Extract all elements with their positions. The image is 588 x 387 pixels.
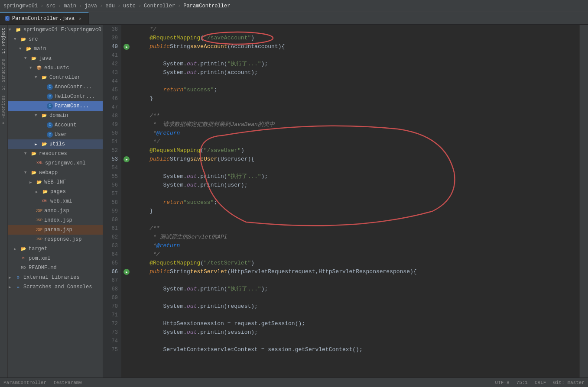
code-line-54 (136, 164, 579, 172)
tab-paramcontroller[interactable]: C ParamController.java ✕ (0, 12, 89, 24)
run-icon-53[interactable]: ▶ (123, 156, 130, 162)
editor-wrapper: 38 39 40 41 42 43 44 45 46 47 48 49 50 5… (103, 25, 579, 377)
code-line-64: */ (136, 250, 579, 259)
code-line-41 (136, 51, 579, 60)
breadcrumb-main[interactable]: main (64, 3, 76, 9)
code-editor[interactable]: 38 39 40 41 42 43 44 45 46 47 48 49 50 5… (103, 25, 579, 377)
folder-icon: 📁 (15, 26, 22, 33)
gutter-run-66[interactable]: ▶ (121, 268, 132, 276)
gutter-run-40[interactable]: ▶ (121, 42, 132, 51)
tree-item-webapp[interactable]: ▼ 📂 webapp (8, 168, 103, 177)
controller-icon-param: C (47, 103, 53, 109)
jsp-icon-param: JSP (36, 226, 42, 233)
breadcrumb-paramcontroller[interactable]: ParamController (183, 3, 230, 9)
code-line-75: ServletContext servletContext = session.… (136, 345, 579, 354)
status-crlf: CRLF (535, 380, 546, 385)
code-line-59: } (136, 207, 579, 216)
jsp-icon-response: JSP (36, 236, 42, 243)
controller-icon-hello: C (47, 94, 53, 100)
tree-item-pages[interactable]: ▶ 📂 pages (8, 187, 103, 197)
code-area: 38 39 40 41 42 43 44 45 46 47 48 49 50 5… (103, 25, 579, 377)
tree-item-external-libraries[interactable]: ▶ ⚙ External Libraries (8, 273, 103, 282)
tree-item-controller-folder[interactable]: ▼ 📂 Controller (8, 73, 103, 82)
code-line-49: * 请求数据绑定把数据封装到JavaBean的类中 (136, 120, 579, 129)
folder-icon-utils: 📂 (41, 141, 48, 148)
controller-icon-user: C (47, 132, 53, 138)
tree-item-anno-jsp[interactable]: JSP anno.jsp (8, 206, 103, 216)
tree-item-target[interactable]: ▶ 📂 target (8, 244, 103, 254)
code-lines: */ @RequestMapping("/saveAccount") publi… (132, 25, 579, 377)
jsp-icon-anno: JSP (36, 207, 42, 214)
folder-icon-target: 📂 (20, 245, 27, 252)
xml-icon-web: XML (42, 198, 49, 205)
run-icon-66[interactable]: ▶ (123, 269, 130, 275)
left-tab-favorites[interactable]: ★ Favorites (0, 93, 7, 129)
tree-item-annocontroller[interactable]: C AnnoContr... (8, 82, 103, 92)
code-line-57 (136, 190, 579, 198)
tree-item-utils[interactable]: ▶ 📂 utils (8, 139, 103, 149)
tree-item-account[interactable]: C Account (8, 120, 103, 130)
file-tree-panel: ▼ 📁 springmvc01 F:\springmvc0 ▼ 📂 src ▼ … (8, 25, 103, 377)
breadcrumb-springmvc01[interactable]: springmvc01 (3, 3, 38, 9)
tree-item-scratches[interactable]: ▶ ✏ Scratches and Consoles (8, 282, 103, 292)
code-line-68: System.out.println("执行了..."); (136, 285, 579, 293)
tree-item-main[interactable]: ▼ 📂 main (8, 44, 103, 54)
breadcrumb-src[interactable]: src (46, 3, 55, 9)
run-icon-40[interactable]: ▶ (123, 44, 130, 50)
status-file: ParamController (3, 380, 46, 385)
folder-icon-controller: 📂 (41, 74, 48, 81)
folder-icon-java: 📂 (30, 55, 37, 62)
breadcrumb-java[interactable]: java (84, 3, 97, 9)
tree-item-hellocontroller[interactable]: C HelloContr... (8, 92, 103, 101)
code-line-71 (136, 311, 579, 319)
tree-item-param-jsp[interactable]: JSP param.jsp (8, 225, 103, 235)
code-line-62: * 测试原生的Servlet的API (136, 233, 579, 242)
jsp-icon-index: JSP (36, 217, 42, 224)
code-line-53: public String saveUser(User user){ (136, 155, 579, 164)
tree-item-response-jsp[interactable]: JSP response.jsp (8, 235, 103, 244)
code-line-69 (136, 293, 579, 302)
status-linecol: 75:1 (517, 380, 528, 385)
folder-icon-src: 📂 (20, 36, 27, 43)
tree-item-java[interactable]: ▼ 📂 java (8, 54, 103, 63)
tree-item-springmvc01[interactable]: ▼ 📁 springmvc01 F:\springmvc0 (8, 25, 103, 35)
line-numbers: 38 39 40 41 42 43 44 45 46 47 48 49 50 5… (103, 25, 121, 377)
code-line-72: HttpSession session = request.getSession… (136, 319, 579, 328)
tree-item-src[interactable]: ▼ 📂 src (8, 35, 103, 44)
tree-item-edu-ustc[interactable]: ▼ 📦 edu.ustc (8, 63, 103, 73)
xml-icon-pom: M (20, 255, 27, 262)
code-line-47 (136, 103, 579, 112)
code-line-48: /** (136, 112, 579, 120)
breadcrumb-ustc[interactable]: ustc (123, 3, 136, 9)
tree-item-paramcontroller[interactable]: C ParamCon... (8, 101, 103, 111)
tab-close-button[interactable]: ✕ (77, 16, 83, 22)
tree-item-resources[interactable]: ▼ 📂 resources (8, 149, 103, 158)
tree-item-web-xml[interactable]: XML web.xml (8, 197, 103, 206)
status-method: testParam0 (53, 380, 82, 385)
left-tab-structure[interactable]: 2: Structure (0, 56, 7, 93)
code-line-40: public String saveAccount(Account accoun… (136, 42, 579, 51)
folder-icon-webinf: 📂 (36, 179, 42, 186)
tree-item-webinf[interactable]: ▶ 📂 WEB-INF (8, 177, 103, 187)
code-line-55: System.out.println("执行了..."); (136, 172, 579, 181)
gutter-run-53[interactable]: ▶ (121, 155, 132, 164)
breadcrumb-edu[interactable]: edu (105, 3, 115, 9)
gutter: ▶ (121, 25, 132, 377)
left-tab-project[interactable]: 1: Project (0, 25, 7, 56)
code-line-38: */ (136, 25, 579, 34)
code-line-56: System.out.println(user); (136, 181, 579, 190)
code-line-50: * @return (136, 129, 579, 138)
code-line-52: @RequestMapping("/saveUser") (136, 146, 579, 155)
xml-icon: XML (36, 160, 43, 167)
tree-item-springmvc-xml[interactable]: XML springmvc.xml (8, 158, 103, 168)
package-icon: 📦 (36, 64, 42, 71)
tree-item-user[interactable]: C User (8, 130, 103, 139)
tree-item-index-jsp[interactable]: JSP index.jsp (8, 216, 103, 225)
code-line-73: System.out.println(session); (136, 328, 579, 337)
code-line-60 (136, 216, 579, 224)
breadcrumb-controller[interactable]: Controller (144, 3, 175, 9)
tree-item-readme[interactable]: MD README.md (8, 263, 103, 273)
tree-item-domain[interactable]: ▼ 📂 domain (8, 111, 103, 120)
tab-label: ParamController.java (12, 16, 75, 22)
tree-item-pom-xml[interactable]: M pom.xml (8, 254, 103, 263)
